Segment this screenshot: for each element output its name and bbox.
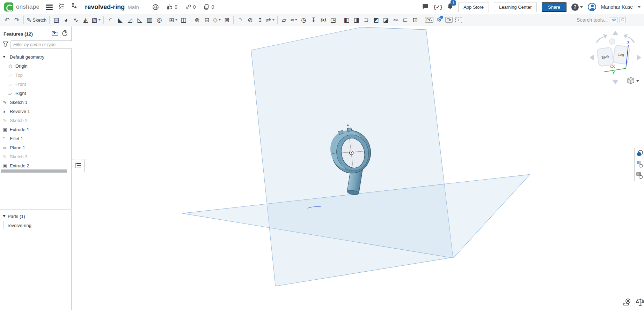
toolbar-button-replace-face[interactable]: ⇄ — [265, 15, 275, 25]
toolbar-button-delete-part[interactable]: ⊠ — [222, 15, 232, 25]
avatar[interactable] — [588, 3, 596, 11]
toolbar-button-move-face[interactable]: ↥ — [255, 15, 265, 25]
toolbar-button-loft[interactable]: ◭ — [81, 15, 90, 25]
toolbar-button-custom-feature[interactable]: + — [454, 15, 464, 25]
graphics-viewport[interactable] — [0, 27, 644, 310]
links-stat[interactable]: 0 — [185, 4, 196, 10]
feature-item-fillet-1[interactable]: ◜Fillet 1 — [0, 134, 71, 143]
feature-script-icon[interactable]: {✓} — [434, 4, 442, 10]
feature-item-sketch-3[interactable]: ✎Sketch 3 — [0, 152, 71, 161]
parts-separator — [0, 209, 72, 210]
parts-section-header[interactable]: Parts (1) — [0, 212, 72, 221]
display-states-button[interactable] — [634, 170, 644, 181]
main-menu-button[interactable] — [46, 5, 53, 10]
filter-funnel-icon[interactable] — [3, 41, 8, 48]
toolbar-button-bend[interactable]: ◨ — [352, 15, 361, 25]
feature-item-front[interactable]: ▱Front — [0, 80, 71, 89]
toolbar-button-pg[interactable]: PG — [424, 15, 434, 25]
feature-list-rollup-button[interactable] — [72, 159, 85, 172]
search-tools[interactable]: Search tools... alt C — [577, 17, 626, 23]
onshape-logo-icon[interactable] — [4, 2, 13, 12]
toolbar-button-sketch[interactable]: ✎Sketch — [25, 15, 47, 25]
user-menu-chevron-icon[interactable] — [638, 6, 641, 8]
toolbar-button-corner[interactable]: ◪ — [381, 15, 391, 25]
help-menu[interactable]: ? — [571, 3, 583, 11]
toolbar-button-hole[interactable]: ◎ — [154, 15, 164, 25]
origin-marker[interactable] — [350, 151, 353, 155]
user-name[interactable]: Manohar Kuse — [601, 4, 633, 10]
toolbar-button-modify-fillet[interactable]: ◝ — [235, 15, 245, 25]
toolbar-button-sheet-metal-model[interactable]: ◧ — [342, 15, 352, 25]
axis-endpoint[interactable] — [332, 153, 334, 154]
toolbar-button-linear-pattern[interactable]: ⊞ — [168, 15, 178, 25]
toolbar-button-finish[interactable]: ⊡ — [410, 15, 420, 25]
feature-item-default-geometry[interactable]: Default geometry — [0, 52, 71, 61]
toolbar-button-th[interactable]: Th — [444, 15, 454, 25]
view-cube[interactable]: Back Left Z Y X — [587, 28, 644, 87]
document-title[interactable]: revolved-ring — [85, 3, 125, 11]
toolbar-button-tab[interactable]: ◩ — [371, 15, 381, 25]
feature-item-right[interactable]: ▱Right — [0, 89, 71, 98]
toolbar-button-joggle[interactable]: ∾ — [391, 15, 401, 25]
toolbar-button-draft[interactable]: ◿ — [125, 15, 135, 25]
toolbar-button-undo[interactable]: ↶ — [2, 15, 12, 25]
view-options-dropdown[interactable] — [628, 77, 639, 84]
toolbar-button-thicken[interactable]: ▧ — [90, 15, 102, 25]
toolbar-button-sweep[interactable]: ∿ — [71, 15, 81, 25]
toolbar-button-mirror[interactable]: ◫ — [178, 15, 188, 25]
likes-stat[interactable]: 0 — [167, 4, 177, 10]
toolbar-button-helix[interactable]: ≈ — [289, 15, 299, 25]
th-icon: Th — [445, 17, 453, 23]
part-item-revolve-ring[interactable]: revolve-ring — [0, 221, 72, 230]
branch-icon[interactable] — [71, 3, 76, 11]
copies-stat[interactable]: 0 — [203, 4, 214, 10]
filter-input[interactable] — [10, 40, 72, 49]
toolbar-button-flat-pattern[interactable]: ⊏ — [401, 15, 410, 25]
feature-item-revolve-1[interactable]: ◕Revolve 1 — [0, 107, 71, 116]
toolbar-button-variable[interactable]: (x) — [319, 15, 328, 25]
toolbar-button-rib[interactable]: ◺ — [135, 15, 145, 25]
app-store-button[interactable]: App Store — [458, 2, 489, 12]
public-globe-icon[interactable] — [152, 4, 159, 10]
toolbar-button-redo[interactable]: ↷ — [12, 15, 22, 25]
toolbar-button-fillet[interactable]: ◜ — [105, 15, 115, 25]
comment-icon[interactable] — [422, 3, 429, 11]
panel-splitter[interactable] — [1, 169, 67, 173]
feature-item-sketch-1[interactable]: ✎Sketch 1 — [0, 98, 71, 107]
feature-item-extrude-1[interactable]: ▣Extrude 1 — [0, 125, 71, 134]
share-button[interactable]: Share — [542, 2, 566, 12]
links-count: 0 — [193, 4, 196, 10]
feature-label: Revolve 1 — [10, 109, 30, 114]
toolbar-button-flange[interactable]: ⊐ — [361, 15, 371, 25]
versions-icon[interactable] — [58, 3, 65, 11]
toolbar-button-delete-face[interactable]: ⊘ — [245, 15, 255, 25]
appearance-states-button[interactable] — [634, 148, 644, 159]
toolbar-button-insert-standard-content[interactable]: ◳ — [328, 15, 338, 25]
feature-item-sketch-2[interactable]: ✎Sketch 2 — [0, 116, 71, 125]
feature-item-top[interactable]: ▱Top — [0, 70, 71, 80]
view-cube-body[interactable]: Back Left — [597, 39, 630, 67]
history-icon[interactable] — [62, 30, 68, 38]
toolbar-button-project[interactable]: ↧ — [309, 15, 319, 25]
toolbar-button-transform[interactable]: ◇ — [212, 15, 222, 25]
configurations-button[interactable] — [634, 159, 644, 170]
toolbar-button-settings[interactable]: ⚙ — [434, 15, 444, 25]
measure-icon[interactable] — [622, 298, 632, 308]
notifications-bell-icon[interactable]: 1 — [447, 3, 453, 11]
toolbar-button-offset-surface[interactable]: ▱ — [279, 15, 289, 25]
toolbar-button-circular-pattern[interactable]: ◷ — [299, 15, 309, 25]
insert-folder-icon[interactable] — [52, 30, 58, 37]
toolbar-button-chamfer[interactable]: ◣ — [115, 15, 125, 25]
toolbar-button-revolve[interactable]: ◕ — [61, 15, 71, 25]
toolbar-button-shell[interactable]: ▥ — [145, 15, 154, 25]
feature-item-origin[interactable]: ◎Origin — [0, 61, 71, 70]
toolbar-button-extrude[interactable]: ▤ — [51, 15, 61, 25]
axis-endpoint[interactable] — [347, 124, 349, 126]
mass-properties-icon[interactable] — [636, 298, 644, 308]
toolbar-button-boolean[interactable]: ⊚ — [192, 15, 202, 25]
learning-center-button[interactable]: Learning Center — [494, 2, 537, 12]
workspace-name[interactable]: Main — [127, 4, 139, 10]
feature-item-extrude-2[interactable]: ▣Extrude 2 — [0, 161, 71, 170]
feature-item-plane-1[interactable]: ▱Plane 1 — [0, 143, 71, 152]
toolbar-button-split[interactable]: ⊟ — [202, 15, 212, 25]
